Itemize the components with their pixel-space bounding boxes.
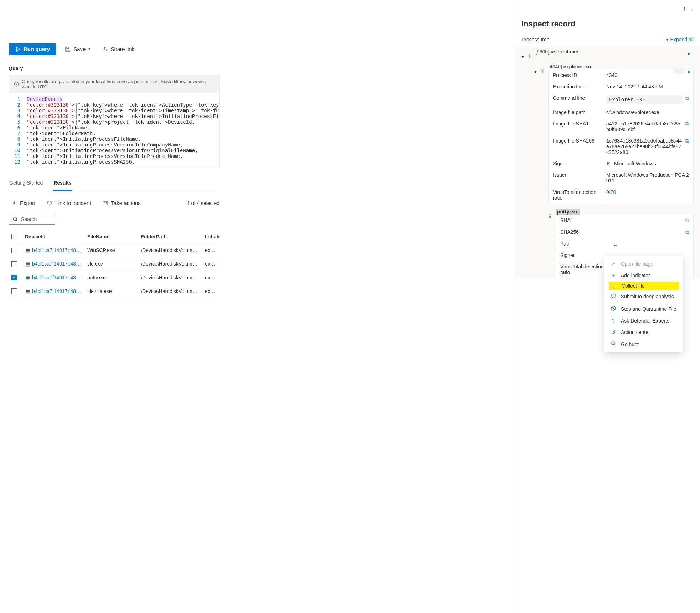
row-checkbox[interactable] <box>11 248 17 253</box>
col-initiating[interactable]: Initiati <box>202 230 220 243</box>
svg-point-7 <box>612 342 614 345</box>
save-button[interactable]: Save ▾ <box>62 44 93 54</box>
process-details-explorer: Process ID4340 Execution timeNov 14, 202… <box>548 69 694 204</box>
next-record-icon[interactable]: ↓ <box>690 5 694 12</box>
svg-point-4 <box>529 55 530 57</box>
hunt-icon <box>610 341 617 347</box>
col-filename[interactable]: FileName <box>84 230 138 243</box>
history-icon: ↺ <box>610 329 617 335</box>
panel-title: Inspect record <box>521 19 694 29</box>
menu-action-center[interactable]: ↺ Action center <box>604 326 683 338</box>
menu-submit-deep-analysis[interactable]: Submit to deep analysis <box>604 290 683 303</box>
shield-icon <box>47 200 52 206</box>
actions-icon <box>102 200 108 206</box>
expand-all-button[interactable]: ▾ Expand all <box>666 37 694 42</box>
svg-point-3 <box>14 217 17 221</box>
col-folderpath[interactable]: FolderPath <box>138 230 202 243</box>
file-context-menu: ↗ Open file page ＋ Add indicator ⭳ Colle… <box>604 256 683 352</box>
results-toolbar: Export Link to incident Take actions 1 o… <box>9 198 220 225</box>
file-icon: 🗎 <box>547 213 553 219</box>
table-row[interactable]: 💻b4cf1ca7f14017b48c… WinSCP.exe \Device\… <box>9 243 220 257</box>
open-icon: ↗ <box>610 261 617 267</box>
table-row[interactable]: 💻b4cf1ca7f14017b48c… putty.exe \Device\H… <box>9 271 220 284</box>
device-icon: 💻 <box>25 248 31 253</box>
copy-icon[interactable]: ⧉ <box>685 121 689 127</box>
plus-icon: ＋ <box>610 272 617 279</box>
copy-icon[interactable]: ⧉ <box>685 138 689 144</box>
info-banner: Query results are presented in your loca… <box>9 75 220 93</box>
row-checkbox[interactable] <box>11 261 17 267</box>
search-input[interactable]: Search <box>9 214 55 225</box>
col-deviceid[interactable]: DeviceId <box>22 230 84 243</box>
device-icon: 💻 <box>25 261 31 267</box>
process-node-userinit[interactable]: [6600] userinit.exe ▾ <box>535 49 694 55</box>
section-process-tree: Process tree <box>521 37 550 42</box>
take-actions-button[interactable]: Take actions <box>99 198 143 208</box>
svg-point-5 <box>542 70 543 72</box>
process-node-explorer[interactable]: [4340] explorer.exe ⋯ ▴ <box>548 64 694 69</box>
chevron-down-icon: ▾ <box>88 47 91 51</box>
toolbar: Run query Save ▾ Share link <box>9 43 220 55</box>
copy-icon[interactable]: ⧉ <box>685 229 689 235</box>
search-icon <box>12 216 18 222</box>
code-editor[interactable]: 1DeviceEvents2"color:#323130">| "tok-key… <box>9 93 220 168</box>
menu-add-indicator[interactable]: ＋ Add indicator <box>604 269 683 282</box>
tab-results[interactable]: Results <box>53 176 72 191</box>
table-row[interactable]: 💻b4cf1ca7f14017b48c… filezilla.exe \Devi… <box>9 284 220 298</box>
device-icon: 💻 <box>25 289 31 294</box>
gear-icon <box>540 68 545 74</box>
play-icon <box>15 46 21 52</box>
menu-open-file-page: ↗ Open file page <box>604 258 683 269</box>
tree-caret[interactable]: ▾ <box>534 69 537 74</box>
query-label: Query <box>9 66 220 71</box>
results-table: DeviceId FileName FolderPath Initiati 💻b… <box>9 230 220 298</box>
copy-icon[interactable]: ⧉ <box>685 95 689 101</box>
shield-icon <box>610 293 617 300</box>
selection-count: 1 of 4 selected <box>187 200 220 206</box>
link-incident-button[interactable]: Link to incident <box>44 198 94 208</box>
block-icon <box>610 305 617 312</box>
chevron-up-icon[interactable]: ▴ <box>688 68 690 74</box>
menu-ask-defender[interactable]: ? Ask Defender Experts <box>604 315 683 326</box>
inspect-record-panel: ↑ ↓ Inspect record Process tree ▾ Expand… <box>515 0 700 613</box>
device-icon: 💻 <box>25 275 31 280</box>
copy-icon[interactable]: ⧉ <box>685 217 689 223</box>
more-icon[interactable]: ⋯ <box>674 68 684 74</box>
run-query-button[interactable]: Run query <box>9 43 56 55</box>
download-icon: ⭳ <box>611 283 617 289</box>
info-icon <box>14 81 19 87</box>
share-link-button[interactable]: Share link <box>99 44 137 54</box>
process-node-putty[interactable]: putty.exe ⋯ ▴ <box>556 209 694 215</box>
select-all-header[interactable] <box>9 230 22 243</box>
prev-record-icon[interactable]: ↑ <box>683 5 686 12</box>
device-link[interactable]: b4cf1ca7f14017b48c… <box>32 247 83 253</box>
save-icon <box>65 46 71 52</box>
device-link[interactable]: b4cf1ca7f14017b48c… <box>32 261 83 267</box>
chevron-down-icon[interactable]: ▾ <box>688 51 690 57</box>
chevron-down-icon: ▾ <box>666 38 668 42</box>
menu-go-hunt[interactable]: Go hunt <box>604 338 683 350</box>
tree-caret[interactable]: ▾ <box>521 54 524 60</box>
tab-getting-started[interactable]: Getting Started <box>9 176 43 191</box>
menu-collect-file[interactable]: ⭳ Collect file <box>609 282 679 290</box>
help-icon: ? <box>610 318 617 324</box>
export-button[interactable]: Export <box>9 198 38 208</box>
page-icon: 🗎 <box>606 161 611 166</box>
device-link[interactable]: b4cf1ca7f14017b48c… <box>32 288 83 294</box>
download-icon <box>11 200 17 206</box>
svg-rect-0 <box>66 47 70 51</box>
row-checkbox[interactable] <box>11 288 17 294</box>
device-link[interactable]: b4cf1ca7f14017b48c… <box>32 275 83 280</box>
gear-icon <box>527 53 532 59</box>
share-icon <box>102 46 108 52</box>
result-tabs: Getting Started Results <box>9 176 220 191</box>
menu-stop-quarantine[interactable]: Stop and Quarantine File <box>604 303 683 315</box>
row-checkbox[interactable] <box>11 275 17 280</box>
virustotal-link[interactable]: 0/70 <box>606 189 616 195</box>
table-row[interactable]: 💻b4cf1ca7f14017b48c… vlc.exe \Device\Har… <box>9 257 220 271</box>
